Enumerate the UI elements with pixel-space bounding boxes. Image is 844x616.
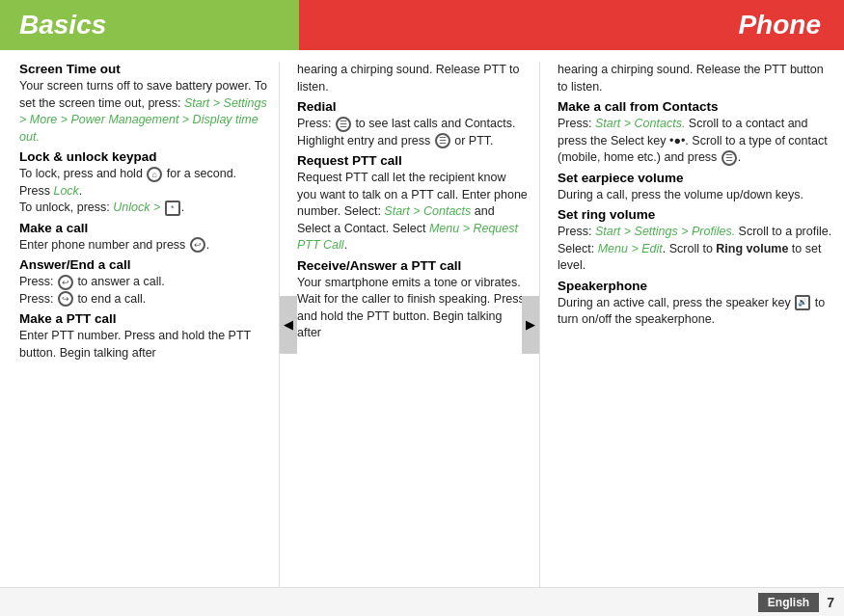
section-lock-unlock: Lock & unlock keypad To lock, press and … xyxy=(19,149,267,217)
receive-ptt-body: Your smartphone emits a tone or vibrates… xyxy=(297,275,528,342)
lock-unlock-body: To lock, press and hold ⌂ for a second. … xyxy=(19,166,267,217)
section-receive-ptt: Receive/Answer a PTT call Your smartphon… xyxy=(297,258,528,342)
section-ptt-call: Make a PTT call Enter PTT number. Press … xyxy=(19,311,267,362)
make-call-title: Make a call xyxy=(19,221,267,235)
phone-title: Phone xyxy=(738,10,821,40)
request-ptt-title: Request PTT call xyxy=(297,153,528,168)
redial-body: Press: ☰ to see last calls and Contacts.… xyxy=(297,116,528,149)
ptt-call-body: Enter PTT number. Press and hold the PTT… xyxy=(19,328,267,362)
section-request-ptt: Request PTT call Request PTT call let th… xyxy=(297,153,528,254)
header-basics-section: Basics xyxy=(0,0,299,50)
answer-icon: ↩ xyxy=(58,275,73,290)
select-bullet-icon: •●• xyxy=(669,133,685,150)
asterisk-icon: * xyxy=(165,201,180,216)
section-earpiece-volume: Set earpiece volume During a call, press… xyxy=(558,171,832,204)
screen-time-out-title: Screen Time out xyxy=(19,62,267,76)
make-call-body: Enter phone number and press ↩. xyxy=(19,237,267,254)
ring-volume-link1: Start > Settings > Profiles. xyxy=(595,225,735,238)
request-ptt-link1: Start > Contacts xyxy=(384,204,471,218)
section-answer-end: Answer/End a call Press: ↩ to answer a c… xyxy=(19,257,267,308)
redial-select-icon: ☰ xyxy=(435,133,450,148)
language-label: English xyxy=(758,593,819,612)
speakerphone-title: Speakerphone xyxy=(558,279,832,293)
ring-volume-body: Press: Start > Settings > Profiles. Scro… xyxy=(558,224,832,275)
contacts-link: Start > Contacts. xyxy=(595,117,685,130)
receive-ptt-title: Receive/Answer a PTT call xyxy=(297,258,528,273)
request-ptt-link2: Menu > Request PTT Call xyxy=(297,222,518,253)
section-screen-time-out: Screen Time out Your screen turns off to… xyxy=(19,62,267,146)
redial-icon: ☰ xyxy=(336,117,351,132)
contacts-call-title: Make a call from Contacts xyxy=(558,99,832,114)
screen-time-out-link: Start > Settings > More > Power Manageme… xyxy=(19,96,267,144)
contacts-call-body: Press: Start > Contacts. Scroll to a con… xyxy=(558,116,832,167)
ring-volume-link2: Menu > Edit xyxy=(598,242,663,255)
hearing-continued-body: hearing a chirping sound. Release PTT to… xyxy=(297,62,528,95)
speaker-icon: 🔊 xyxy=(795,295,810,310)
ring-volume-title: Set ring volume xyxy=(558,207,832,222)
speakerphone-body: During an active call, press the speaker… xyxy=(558,295,832,329)
section-speakerphone: Speakerphone During an active call, pres… xyxy=(558,279,832,329)
earpiece-body: During a call, press the volume up/down … xyxy=(558,187,832,204)
section-ring-volume: Set ring volume Press: Start > Settings … xyxy=(558,207,832,275)
ptt-call-title: Make a PTT call xyxy=(19,311,267,326)
redial-title: Redial xyxy=(297,99,528,114)
unlock-link: Unlock > xyxy=(113,201,160,214)
lock-link: Lock xyxy=(53,184,78,198)
column-right: hearing a chirping sound. Release the PT… xyxy=(540,62,844,587)
section-make-from-contacts: Make a call from Contacts Press: Start >… xyxy=(558,99,832,167)
answer-end-body: Press: ↩ to answer a call. Press: ↪ to e… xyxy=(19,274,267,308)
end-icon: ↪ xyxy=(58,291,73,307)
ring-volume-bold: Ring volume xyxy=(716,242,788,255)
section-make-a-call: Make a call Enter phone number and press… xyxy=(19,221,267,254)
earpiece-title: Set earpiece volume xyxy=(558,171,832,185)
nav-left-arrow[interactable]: ◀ xyxy=(280,296,297,354)
screen-time-out-body: Your screen turns off to save battery po… xyxy=(19,78,267,146)
contacts-select-icon: ☰ xyxy=(721,150,737,166)
hearing-continued-middle: hearing a chirping sound. Release PTT to… xyxy=(297,62,528,95)
answer-end-title: Answer/End a call xyxy=(19,257,267,272)
column-middle: ◀ hearing a chirping sound. Release PTT … xyxy=(280,62,540,587)
request-ptt-body: Request PTT call let the recipient know … xyxy=(297,170,528,254)
section-redial: Redial Press: ☰ to see last calls and Co… xyxy=(297,99,528,149)
lock-unlock-title: Lock & unlock keypad xyxy=(19,149,267,164)
hearing-continued-right: hearing a chirping sound. Release the PT… xyxy=(558,62,832,95)
footer: English 7 xyxy=(0,587,844,616)
basics-title: Basics xyxy=(19,10,106,40)
hearing-continued-right-body: hearing a chirping sound. Release the PT… xyxy=(558,62,832,95)
nav-right-arrow[interactable]: ▶ xyxy=(522,296,539,354)
column-left: Screen Time out Your screen turns off to… xyxy=(0,62,280,587)
header-phone-section: Phone xyxy=(299,0,844,50)
call-icon: ↩ xyxy=(190,237,205,253)
home-icon: ⌂ xyxy=(147,167,162,182)
page-number: 7 xyxy=(827,595,834,610)
